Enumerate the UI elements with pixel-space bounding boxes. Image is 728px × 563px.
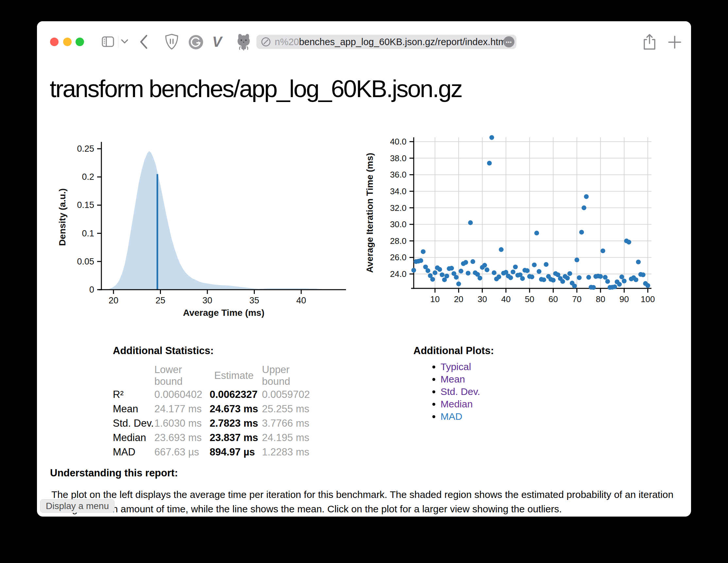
scatter-point [418,258,423,263]
scatter-point [565,276,570,281]
zoom-window-button[interactable] [76,38,84,46]
scatter-point [466,271,471,276]
scatter-point [622,279,627,283]
scatter-point [529,275,534,280]
scatter-point [627,240,632,245]
scatter-point [586,275,591,280]
scatter-point [485,268,490,273]
address-bar[interactable]: n%20benches_app_log_60KB.json.gz/report/… [256,35,516,49]
y-tick-label: 0.1 [82,229,94,238]
density-plot[interactable]: 202530354000.050.10.150.20.25Average Tim… [56,130,350,325]
scatter-point [444,274,449,279]
x-tick-label: 20 [454,294,463,304]
scatter-point [520,276,525,281]
scatter-point [598,274,603,279]
scatter-point [496,275,501,280]
scatter-point [430,277,435,282]
x-tick-label: 80 [596,294,605,304]
status-bar-tooltip: Display a menu [40,499,114,513]
cat-extension-icon[interactable] [235,33,252,51]
scatter-point [421,249,426,254]
y-tick-label: 0.15 [77,200,94,210]
scatter-point [489,135,494,140]
stats-table-body: R²0.00604020.00623270.0059702Mean24.177 … [113,387,319,459]
stats-cell-lower: 667.63 µs [154,445,210,459]
stats-cell-estimate: 894.97 µs [210,445,262,459]
scatter-point [579,230,584,235]
scatter-point [534,231,539,236]
y-tick-label: 0.25 [77,144,94,154]
scatter-point [456,282,461,286]
plot-link-typical[interactable]: Typical [441,361,471,372]
stats-cell-estimate: 2.7823 ms [210,416,262,431]
stats-table: Lower boundEstimateUpper bound R²0.00604… [113,364,319,459]
stats-cell-estimate: 24.673 ms [210,402,262,416]
scatter-point [525,269,530,273]
scatter-point [537,269,542,274]
privacy-shield-icon[interactable] [165,34,178,50]
stats-cell-estimate: 0.0062327 [210,387,262,402]
scatter-point [508,275,513,280]
scatter-point [633,277,638,282]
plot-link-median[interactable]: Median [441,398,473,409]
x-tick-label: 35 [249,295,259,305]
stats-table-head: Lower boundEstimateUpper bound [113,364,319,387]
scatter-point [468,220,473,225]
share-icon[interactable] [643,34,656,51]
new-tab-plus-icon[interactable] [667,35,682,49]
scatter-point [577,275,582,280]
scatter-point [449,266,454,271]
stats-row: MAD667.63 µs894.97 µs1.2283 ms [113,445,319,459]
stats-header-cell: Upper bound [262,364,319,387]
stats-cell-upper: 24.195 ms [262,431,319,445]
additional-plots-list: TypicalMeanStd. Dev.MedianMAD [428,361,480,423]
stats-row: Std. Dev.1.6030 ms2.7823 ms3.7766 ms [113,416,319,431]
chevron-down-icon[interactable] [121,39,129,44]
browser-toolbar: V n%20benches_app_log_60KB.json.gz/repor… [37,21,691,54]
y-tick-label: 38.0 [390,153,407,163]
stats-cell-lower: 23.693 ms [154,431,210,445]
scatter-point [646,283,650,288]
grammar-extension-icon[interactable] [188,34,204,50]
scatter-point [471,259,476,264]
close-window-button[interactable] [50,38,59,46]
stats-cell-upper: 0.0059702 [262,387,319,402]
plot-link-mad[interactable]: MAD [441,411,462,422]
y-tick-label: 34.0 [390,186,407,196]
desktop-background: { "browser": { "url_prefix": "n%20", "ur… [0,0,728,563]
plot-list-item: MAD [441,411,480,422]
additional-statistics-heading: Additional Statistics: [113,345,214,357]
scatter-point [619,275,624,280]
scatter-point [567,271,572,276]
scatter-point [584,194,589,199]
scatter-point [454,275,459,280]
scatter-point [617,282,622,287]
scatter-point [511,270,515,274]
scatter-point [499,247,504,252]
y-axis-label: Average Iteration Time (ms) [366,153,375,273]
scatter-point [482,263,487,268]
scatter-point [459,269,463,274]
stats-row: Mean24.177 ms24.673 ms25.255 ms [113,402,319,416]
sidebar-toggle-icon[interactable] [101,36,115,48]
plot-list-item: Std. Dev. [441,386,480,397]
scatter-point [433,271,438,275]
minimize-window-button[interactable] [63,38,72,46]
y-tick-label: 0 [89,285,94,294]
scatter-point [600,249,605,254]
scatter-point [544,262,549,267]
stats-cell-lower: 0.0060402 [154,387,210,402]
scatter-point [541,277,546,282]
back-button-icon[interactable] [139,34,148,49]
scatter-point [411,268,416,273]
plot-link-mean[interactable]: Mean [441,374,465,384]
v-extension-icon[interactable]: V [212,34,221,50]
iteration-times-scatter-plot[interactable]: 10203040506070809010024.026.028.030.032.… [366,127,667,326]
scatter-point [463,260,468,265]
plot-link-std-dev[interactable]: Std. Dev. [441,386,480,397]
url-text: n%20benches_app_log_60KB.json.gz/report/… [275,37,508,47]
scatter-point [641,273,646,277]
understanding-heading: Understanding this report: [50,467,178,479]
more-options-button[interactable]: ••• [503,36,514,47]
stats-row-label: Median [113,431,154,445]
